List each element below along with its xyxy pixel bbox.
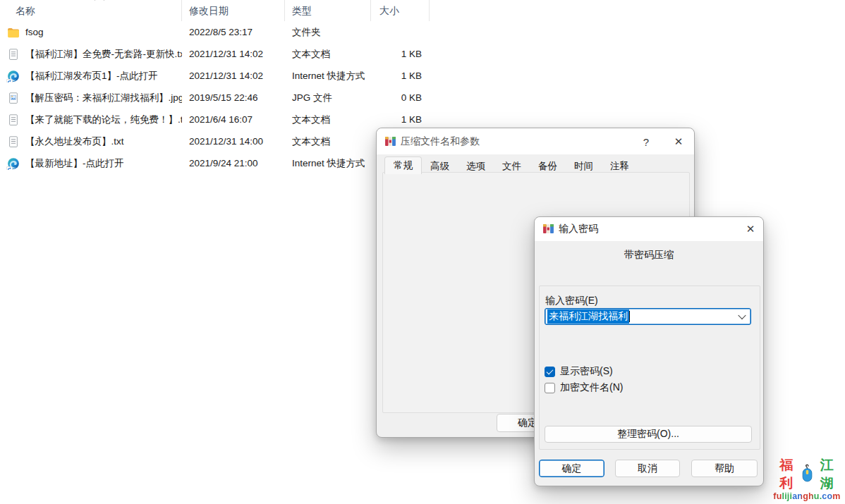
watermark-domain: fulijianghu.com — [773, 491, 841, 501]
file-name: 【最新地址】-点此打开 — [25, 157, 124, 170]
column-header-name[interactable]: 名称 — [0, 0, 182, 21]
file-name: 【来了就能下载的论坛，纯免费！】.txt — [25, 113, 182, 126]
file-date: 2021/12/31 14:00 — [182, 136, 285, 147]
winrar-icon — [542, 223, 554, 235]
text-caret — [629, 311, 630, 322]
watermark-brand-right: 江湖 — [814, 456, 841, 493]
column-header-type[interactable]: 类型 — [285, 0, 371, 21]
file-name: 【永久地址发布页】.txt — [25, 135, 124, 148]
file-date: 2021/6/4 16:07 — [182, 114, 285, 125]
file-type: 文本文档 — [285, 48, 371, 61]
dialog-titlebar: 输入密码 ✕ — [535, 217, 763, 241]
text-file-icon — [7, 113, 20, 126]
table-row[interactable]: 【福利江湖发布页1】-点此打开 2021/12/31 14:02 Interne… — [0, 65, 430, 87]
password-banner: 带密码压缩 — [535, 249, 763, 262]
column-header-size[interactable]: 大小 — [371, 0, 430, 21]
dialog-title: 压缩文件名和参数 — [401, 135, 480, 148]
file-size: 1 KB — [371, 70, 430, 81]
show-password-row[interactable]: 显示密码(S) — [545, 365, 613, 378]
enter-password-dialog: 输入密码 ✕ 带密码压缩 输入密码(E) 来福利江湖找福利 显示密码(S) 加密… — [534, 216, 764, 486]
help-button[interactable]: 帮助 — [691, 460, 758, 477]
help-button[interactable]: ? — [638, 133, 655, 150]
show-password-checkbox[interactable] — [545, 367, 555, 377]
dialog-title: 输入密码 — [559, 223, 598, 235]
file-name: 【解压密码：来福利江湖找福利】.jpg — [25, 92, 182, 104]
watermark-brand-left: 福利 — [773, 456, 801, 493]
tab-general[interactable]: 常规 — [384, 156, 422, 174]
file-size: 0 KB — [371, 92, 430, 103]
tab-comment[interactable]: 注释 — [602, 159, 638, 174]
file-type: 文本文档 — [285, 113, 371, 126]
table-row[interactable]: 【解压密码：来福利江湖找福利】.jpg 2019/5/15 22:46 JPG … — [0, 87, 430, 109]
file-list: fsog 2022/8/5 23:17 文件夹 【福利江湖】全免费-无套路-更新… — [0, 21, 430, 174]
column-header-date-modified[interactable]: 修改日期 — [182, 0, 285, 21]
tab-advanced[interactable]: 高级 — [422, 159, 458, 174]
table-row[interactable]: 【最新地址】-点此打开 2021/9/24 21:00 Internet 快捷方… — [0, 152, 430, 174]
encrypt-names-checkbox[interactable] — [545, 383, 555, 393]
text-file-icon — [7, 135, 20, 148]
cancel-button[interactable]: 取消 — [615, 460, 680, 477]
encrypt-names-label: 加密文件名(N) — [560, 381, 623, 394]
organize-passwords-button[interactable]: 整理密码(O)... — [545, 426, 752, 443]
file-type: Internet 快捷方式 — [285, 70, 371, 82]
password-selected-text: 来福利江湖找福利 — [547, 309, 629, 324]
tab-files[interactable]: 文件 — [494, 159, 530, 174]
file-date: 2021/12/31 14:02 — [182, 49, 285, 59]
file-type: 文件夹 — [285, 26, 371, 39]
file-type: 文本文档 — [285, 135, 371, 148]
file-date: 2019/5/15 22:46 — [182, 92, 285, 103]
close-icon[interactable]: ✕ — [742, 221, 759, 238]
fulijianghu-watermark: 福利 江湖 fulijianghu.com — [773, 456, 841, 501]
mouse-icon — [801, 464, 813, 486]
winrar-icon — [384, 135, 396, 147]
close-icon[interactable]: ✕ — [670, 133, 687, 150]
password-input[interactable]: 来福利江湖找福利 — [545, 308, 751, 325]
tab-time[interactable]: 时间 — [566, 159, 602, 174]
file-name: 【福利江湖】全免费-无套路-更新快.txt — [25, 48, 182, 61]
ok-button[interactable]: 确定 — [539, 460, 604, 477]
file-date: 2021/12/31 14:02 — [182, 70, 285, 81]
dialog-titlebar: 压缩文件名和参数 ? ✕ — [377, 128, 694, 154]
file-type: Internet 快捷方式 — [285, 157, 371, 170]
edge-shortcut-icon — [7, 70, 20, 82]
tab-backup[interactable]: 备份 — [530, 159, 566, 174]
chevron-down-icon — [738, 312, 746, 319]
show-password-label: 显示密码(S) — [560, 365, 613, 378]
shortcut-arrow-icon — [6, 164, 13, 170]
tab-options[interactable]: 选项 — [458, 159, 494, 174]
file-date: 2021/9/24 21:00 — [182, 158, 285, 168]
file-type: JPG 文件 — [285, 92, 371, 104]
file-size: 1 KB — [371, 114, 430, 125]
table-row[interactable]: 【福利江湖】全免费-无套路-更新快.txt 2021/12/31 14:02 文… — [0, 43, 430, 65]
table-row[interactable]: fsog 2022/8/5 23:17 文件夹 — [0, 21, 430, 43]
column-header-row: 名称 修改日期 类型 大小 — [0, 0, 430, 21]
encrypt-names-row[interactable]: 加密文件名(N) — [545, 381, 623, 394]
tab-strip: 常规 高级 选项 文件 备份 时间 注释 — [384, 156, 638, 174]
table-row[interactable]: 【永久地址发布页】.txt 2021/12/31 14:00 文本文档 — [0, 130, 430, 152]
edge-shortcut-icon — [7, 157, 20, 170]
image-file-icon — [7, 92, 20, 104]
shortcut-arrow-icon — [6, 77, 13, 82]
file-date: 2022/8/5 23:17 — [182, 27, 285, 37]
text-file-icon — [7, 48, 20, 61]
file-name: 【福利江湖发布页1】-点此打开 — [25, 70, 158, 82]
table-row[interactable]: 【来了就能下载的论坛，纯免费！】.txt 2021/6/4 16:07 文本文档… — [0, 109, 430, 130]
password-label: 输入密码(E) — [545, 295, 598, 307]
file-name: fsog — [25, 27, 44, 37]
file-size: 1 KB — [371, 49, 430, 59]
folder-icon — [7, 26, 20, 39]
